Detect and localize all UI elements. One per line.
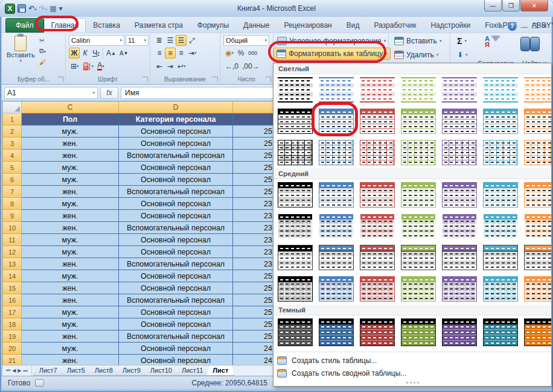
cell-value[interactable]: 23 (233, 246, 273, 258)
table-style-thumbnail-teal-m2[interactable] (483, 213, 518, 239)
table-style-thumbnail-red-l2[interactable] (360, 109, 395, 134)
cell-value[interactable]: 25 (233, 330, 273, 343)
currency-icon[interactable]: ◉▾ (223, 48, 235, 58)
table-style-thumbnail-blue-m3[interactable] (319, 245, 354, 270)
table-style-thumbnail-red-m3[interactable] (360, 245, 395, 270)
cell-value[interactable]: 25 (233, 270, 273, 282)
table-style-thumbnail-teal-m3[interactable] (483, 245, 518, 270)
align-left-icon[interactable]: ≡ (154, 48, 165, 58)
cell-sex[interactable]: жен. (22, 258, 119, 270)
table-style-thumbnail-black-m1[interactable] (278, 182, 313, 207)
sheet-tab-лист5[interactable]: Лист5 (61, 365, 91, 376)
cell-category[interactable]: Вспомогательный персонал (119, 330, 233, 343)
table-style-thumbnail-orange-l3[interactable] (524, 140, 552, 165)
cell-category[interactable]: Основной персонал (119, 234, 233, 246)
table-style-thumbnail-purple-l3[interactable] (442, 140, 477, 165)
cell-value[interactable]: 25 (233, 150, 273, 162)
column-header-c[interactable]: C (22, 101, 119, 113)
next-sheet-icon[interactable]: ▶ (18, 368, 21, 373)
name-box[interactable]: A1▾ (4, 87, 98, 99)
table-style-thumbnail-blue-m2[interactable] (319, 213, 354, 239)
copy-icon[interactable]: ⧉▾ (39, 46, 46, 56)
cell-value[interactable]: 23 (233, 258, 273, 270)
row-header[interactable]: 7 (2, 186, 22, 198)
align-bottom-icon[interactable]: ☰ (176, 35, 187, 46)
increase-indent-icon[interactable]: ⇥ (165, 61, 176, 72)
cell-category[interactable]: Основной персонал (119, 343, 233, 355)
table-style-thumbnail-green-l3[interactable] (401, 140, 436, 165)
tab-надстройки[interactable]: Надстройки (423, 18, 478, 33)
doc-close-icon[interactable]: ✕ (542, 22, 548, 30)
cell-sex[interactable]: жен. (22, 294, 119, 306)
sort-filter-button[interactable]: АЯ (485, 36, 500, 48)
cell-value[interactable]: 25 (233, 162, 273, 174)
table-style-thumbnail-blue-m1[interactable] (319, 182, 354, 207)
table-style-thumbnail-green-m4[interactable] (401, 276, 436, 302)
cell-sex[interactable]: муж. (22, 270, 119, 282)
row-header[interactable]: 17 (2, 306, 22, 318)
row-header[interactable]: 4 (2, 150, 22, 162)
help-icon[interactable]: ? (508, 22, 517, 31)
doc-minimize-icon[interactable]: — (521, 23, 528, 30)
cell-sex[interactable]: муж. (22, 162, 119, 174)
cell-category[interactable]: Основной персонал (119, 174, 233, 186)
table-style-thumbnail-red-l1[interactable] (360, 77, 395, 103)
table-style-thumbnail-red-m2[interactable] (360, 213, 395, 239)
first-sheet-icon[interactable]: ⏮ (6, 368, 10, 374)
table-style-thumbnail-teal-m4[interactable] (483, 276, 518, 302)
delete-cells-button[interactable]: Удалить▾ (392, 49, 441, 61)
font-name-select[interactable]: Calibri▾ (69, 35, 124, 46)
table-style-thumbnail-orange-m3[interactable] (524, 245, 552, 270)
table-style-thumbnail-blue-d1[interactable] (319, 318, 354, 346)
table-style-thumbnail-purple-m1[interactable] (442, 182, 477, 207)
new-pivot-style-item[interactable]: Создать стиль сводной таблицы... (273, 367, 551, 379)
align-center-icon[interactable]: ≡ (165, 48, 176, 58)
sheet-tab-лист10[interactable]: Лист10 (144, 365, 178, 376)
column-header-d[interactable]: D (119, 101, 233, 113)
minimize-button[interactable]: — (484, 0, 502, 11)
sheet-tab-лист7[interactable]: Лист7 (33, 365, 63, 376)
cell-value[interactable]: 25 (233, 125, 273, 138)
paste-button[interactable]: Вставить▾ (7, 36, 35, 63)
cell-category[interactable]: Основной персонал (119, 138, 233, 150)
cell-category[interactable]: Основной персонал (119, 125, 233, 138)
table-style-thumbnail-purple-m2[interactable] (442, 213, 477, 239)
insert-cells-button[interactable]: Вставить▾ (392, 35, 444, 47)
row-header[interactable]: 9 (2, 210, 22, 222)
cell-category[interactable]: Основной персонал (119, 198, 233, 210)
table-style-thumbnail-teal-l2[interactable] (483, 109, 518, 134)
font-size-select[interactable]: 11▾ (126, 35, 149, 46)
cell-value[interactable]: 25 (233, 186, 273, 198)
decrease-indent-icon[interactable]: ⇤ (154, 61, 165, 72)
macro-record-icon[interactable] (35, 379, 44, 387)
table-style-thumbnail-black-l3[interactable] (278, 140, 313, 165)
table-style-thumbnail-purple-m4[interactable] (442, 276, 477, 302)
table-style-thumbnail-purple-m3[interactable] (442, 245, 477, 270)
cell-category[interactable]: Основной персонал (119, 318, 233, 330)
cell-sex[interactable]: жен. (22, 282, 119, 294)
table-style-thumbnail-orange-m2[interactable] (524, 213, 552, 239)
sheet-tab-лист11[interactable]: Лист11 (176, 365, 209, 376)
cell-sex[interactable]: муж. (22, 125, 119, 138)
cell-value[interactable]: 23 (233, 222, 273, 234)
find-select-button[interactable] (520, 36, 540, 51)
cell-value[interactable]: 25 (233, 138, 273, 150)
cell-sex[interactable]: муж. (22, 198, 119, 210)
column-header-e[interactable] (233, 101, 273, 113)
borders-button[interactable]: ⊞▾ (69, 61, 81, 72)
collapse-ribbon-icon[interactable]: ∧ (499, 22, 503, 30)
row-header[interactable]: 11 (2, 234, 22, 246)
table-style-thumbnail-teal-l3[interactable] (483, 140, 518, 165)
row-header[interactable]: 19 (2, 330, 22, 343)
decrease-decimal-icon[interactable]: ,00→ (240, 61, 261, 72)
dialog-launcher-icon[interactable] (213, 77, 218, 82)
row-header[interactable]: 5 (2, 162, 22, 174)
row-header[interactable]: 8 (2, 198, 22, 210)
doc-restore-icon[interactable]: ❐ (532, 22, 538, 30)
cell-value[interactable]: 24 (233, 355, 273, 365)
row-header[interactable]: 18 (2, 318, 22, 330)
italic-button[interactable]: К (80, 48, 91, 58)
cell-value[interactable]: 24 (233, 343, 273, 355)
cell-sex[interactable]: жен. (22, 138, 119, 150)
shrink-font-button[interactable]: А▼ (118, 48, 130, 58)
